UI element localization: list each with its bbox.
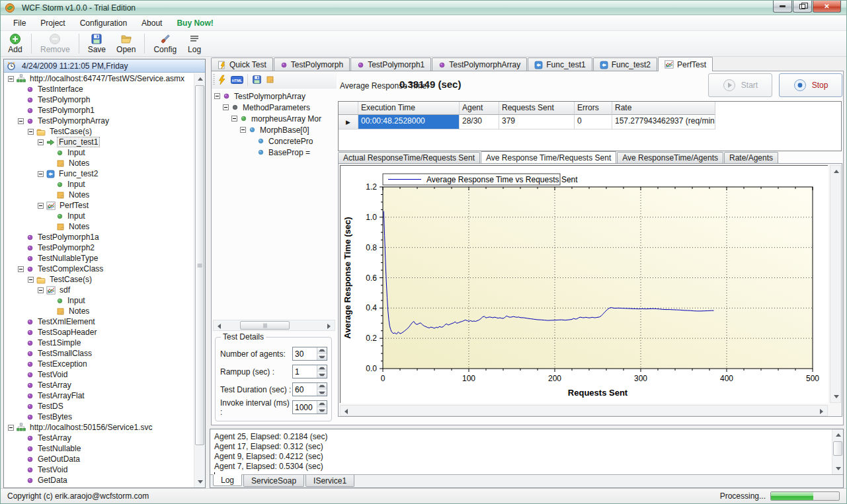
collapse-toggle[interactable]: [240, 127, 246, 133]
scroll-up-arrow[interactable]: [832, 429, 844, 441]
grid-cell[interactable]: 28/30: [460, 115, 499, 129]
tree-item-testsmallclass[interactable]: TestSmallClass: [4, 348, 194, 359]
collapse-toggle[interactable]: [38, 139, 44, 145]
scroll-left-arrow[interactable]: [214, 320, 225, 332]
scroll-thumb[interactable]: [240, 321, 290, 330]
tree-item-testds[interactable]: TestDS: [4, 401, 194, 412]
tree-item-http-localhost-50156-service1-svc[interactable]: http://localhost:50156/Service1.svc: [4, 422, 194, 433]
chart-tab-actual-responsetime-requests-sent[interactable]: Actual ResponseTime/Requests Sent: [338, 152, 480, 163]
method-tree-hscrollbar[interactable]: [213, 320, 335, 331]
tree-item-testarray[interactable]: TestArray: [4, 380, 194, 390]
rampup-sec-spinner[interactable]: [292, 365, 327, 378]
grid-column-header[interactable]: Requests Sent: [499, 102, 575, 115]
spin-down-arrow[interactable]: [317, 372, 327, 378]
scroll-up-arrow[interactable]: [830, 166, 842, 177]
spin-down-arrow[interactable]: [317, 354, 327, 361]
tab-testpolymorph[interactable]: TestPolymorph: [274, 57, 350, 71]
tree-item-testcase-s-[interactable]: TestCase(s): [4, 274, 194, 285]
collapse-toggle[interactable]: [8, 76, 14, 82]
tab-quick-test[interactable]: Quick Test: [211, 57, 273, 71]
collapse-toggle[interactable]: [223, 104, 229, 110]
chart-vscrollbar[interactable]: [830, 165, 841, 403]
grid-cell[interactable]: 379: [499, 115, 575, 129]
tree-item-notes[interactable]: Notes: [4, 306, 194, 316]
chart-hscrollbar[interactable]: [340, 405, 828, 416]
tree-item-testinterface[interactable]: TestInterface: [4, 84, 194, 94]
tree-item-getdata[interactable]: GetData: [4, 475, 194, 486]
tree-item-testbytes[interactable]: TestBytes: [4, 412, 194, 422]
tree-item-input[interactable]: Input: [4, 211, 194, 221]
tree-item-testcomplexclass[interactable]: TestComplexClass: [4, 264, 194, 274]
tree-item-getoutdata[interactable]: GetOutData: [4, 454, 194, 464]
row-selector-cell[interactable]: ▶: [339, 115, 358, 129]
tree-item-testpolymorpharray[interactable]: TestPolymorphArray: [4, 116, 194, 126]
scroll-down-arrow[interactable]: [832, 463, 844, 474]
scroll-thumb[interactable]: [195, 85, 204, 445]
tree-item-notes[interactable]: Notes: [4, 221, 194, 232]
scroll-up-arrow[interactable]: [194, 73, 206, 85]
tree-item-testnullabletype[interactable]: TestNullableType: [4, 253, 194, 264]
spinner-value[interactable]: [293, 365, 317, 378]
spinner-buttons[interactable]: [317, 383, 327, 396]
scroll-right-arrow[interactable]: [323, 320, 335, 332]
scroll-left-arrow[interactable]: [341, 406, 352, 417]
html-button[interactable]: HTML: [231, 75, 243, 85]
open-button[interactable]: Open: [112, 32, 140, 55]
grid-cell[interactable]: 0: [575, 115, 612, 129]
menu-item-configuration[interactable]: Configuration: [73, 17, 134, 30]
tree-item-testarrayflat[interactable]: TestArrayFlat: [4, 390, 194, 401]
spinner-buttons[interactable]: [317, 401, 327, 414]
tree-item-http-localhost-64747-testws-service-asmx[interactable]: http://localhost:64747/TestWS/Service.as…: [4, 73, 194, 84]
chart-tab-rate-agents[interactable]: Rate/Agents: [724, 152, 778, 163]
tab-func-test2[interactable]: Func_test2: [593, 57, 657, 71]
log-scrollbar[interactable]: [832, 429, 843, 474]
tab-func-test1[interactable]: Func_test1: [528, 57, 592, 71]
tree-item-concretepro[interactable]: ConcretePro: [213, 135, 335, 147]
collapse-toggle[interactable]: [38, 287, 44, 293]
spinner-value[interactable]: [293, 383, 317, 396]
grid-column-header[interactable]: Errors: [575, 102, 612, 115]
collapse-toggle[interactable]: [18, 266, 24, 272]
log-button[interactable]: Log: [182, 32, 206, 55]
tree-item-test1simple[interactable]: Test1Simple: [4, 338, 194, 348]
scroll-down-arrow[interactable]: [194, 476, 206, 487]
tree-item-testvoid[interactable]: TestVoid: [4, 369, 194, 380]
collapse-toggle[interactable]: [38, 171, 44, 177]
tree-item-testpolymorph[interactable]: TestPolymorph: [4, 94, 194, 105]
spinner-buttons[interactable]: [317, 365, 327, 378]
tree-item-testarray[interactable]: TestArray: [4, 433, 194, 443]
tab-testpolymorpharray[interactable]: TestPolymorphArray: [432, 57, 527, 71]
notes-button[interactable]: [266, 75, 274, 84]
collapse-toggle[interactable]: [28, 129, 34, 135]
spin-up-arrow[interactable]: [317, 347, 327, 354]
spin-down-arrow[interactable]: [317, 390, 327, 396]
log-tab-servicesoap[interactable]: ServiceSoap: [243, 475, 304, 487]
spinner-buttons[interactable]: [317, 347, 327, 360]
menu-item-buy-now-[interactable]: Buy Now!: [169, 17, 220, 30]
spinner-value[interactable]: [293, 347, 317, 360]
tree-item-func-test1[interactable]: Func_test1: [4, 137, 194, 147]
tree-item-morphbase-0-[interactable]: MorphBase[0]: [213, 124, 335, 135]
lightning-button[interactable]: [217, 75, 227, 85]
tree-item-testpolymorpharray[interactable]: TestPolymorphArray: [213, 90, 335, 102]
chart-tab-ave-responsetime-agents[interactable]: Ave ResponseTime/Agents: [617, 152, 723, 163]
spin-up-arrow[interactable]: [317, 383, 327, 390]
log-tab-iservice1[interactable]: IService1: [305, 475, 354, 487]
spinner-value[interactable]: [293, 401, 317, 414]
tree-item-testsoapheader[interactable]: TestSoapHeader: [4, 327, 194, 338]
tree-item-sdf[interactable]: sdf: [4, 285, 194, 295]
log-tab-log[interactable]: Log: [213, 474, 242, 486]
grid-data-row[interactable]: ▶00:00:48.252800028/303790157.2779434629…: [339, 115, 841, 129]
collapse-toggle[interactable]: [38, 203, 44, 209]
save-button[interactable]: Save: [83, 32, 110, 55]
stop-button[interactable]: Stop: [779, 73, 842, 97]
invoke-interval-ms-spinner[interactable]: [292, 400, 327, 414]
tree-item-testexception[interactable]: TestException: [4, 359, 194, 369]
restore-button[interactable]: [793, 1, 812, 13]
tree-item-testcase-s-[interactable]: TestCase(s): [4, 126, 194, 137]
menu-item-file[interactable]: File: [6, 17, 33, 30]
tree-item-input[interactable]: Input: [4, 295, 194, 306]
tree-item-testxmlelement[interactable]: TestXmlElement: [4, 316, 194, 327]
tab-perftest[interactable]: PerfTest: [658, 57, 713, 71]
grid-cell[interactable]: 00:00:48.2528000: [358, 115, 460, 129]
